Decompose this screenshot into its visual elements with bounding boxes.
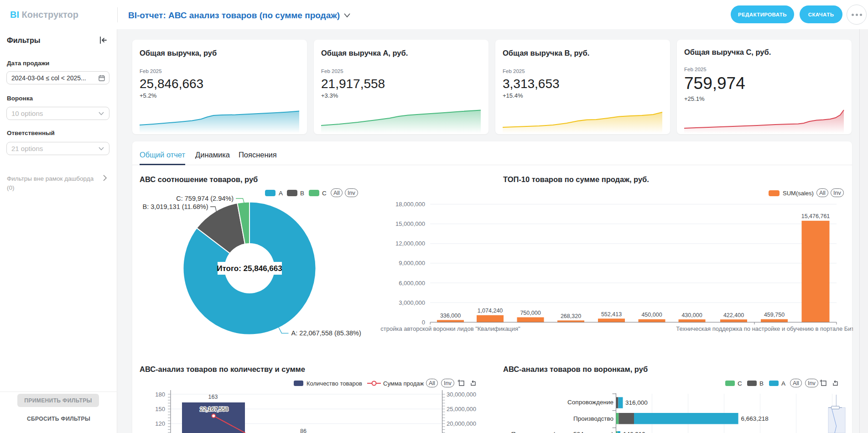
svg-text:268,320: 268,320 [561,313,581,319]
svg-text:25,000,000: 25,000,000 [447,406,476,412]
svg-text:6,000,000: 6,000,000 [399,280,425,287]
svg-text:86: 86 [300,428,307,433]
svg-text:146,910: 146,910 [623,431,645,433]
svg-text:3,000,000: 3,000,000 [399,299,425,306]
svg-text:1,074,240: 1,074,240 [478,308,503,314]
svg-text:15,476,761: 15,476,761 [801,213,830,219]
svg-text:12,000,000: 12,000,000 [395,240,425,247]
svg-text:6,663,218: 6,663,218 [741,415,769,422]
svg-text:18,000,000: 18,000,000 [395,201,425,208]
svg-text:163: 163 [208,394,218,400]
svg-text:Сопровождение: Сопровождение [567,399,613,406]
svg-text:422,400: 422,400 [723,312,744,318]
svg-text:150: 150 [155,406,165,412]
svg-text:750,000: 750,000 [520,310,541,316]
svg-text:0: 0 [422,319,425,326]
svg-text:Производство: Производство [573,415,613,422]
svg-text:430,000: 430,000 [681,312,702,318]
svg-text:552,413: 552,413 [601,311,622,318]
svg-text:Техническая поддержка по настр: Техническая поддержка по настройке и обу… [676,325,853,332]
svg-text:30,000,000: 30,000,000 [447,391,476,398]
svg-text:B: 3,019,131 (11.68%): B: 3,019,131 (11.68%) [142,203,208,210]
svg-text:459,750: 459,750 [764,312,785,318]
svg-text:20,000,000: 20,000,000 [447,420,476,427]
svg-text:22,167,558: 22,167,558 [200,406,229,412]
svg-text:120: 120 [155,420,165,427]
svg-text:Итого: 25,846,663: Итого: 25,846,663 [217,264,282,273]
svg-text:A: 22,067,558 (85.38%): A: 22,067,558 (85.38%) [291,329,361,337]
svg-text:15,000,000: 15,000,000 [395,220,425,227]
svg-text:9,000,000: 9,000,000 [399,260,425,266]
svg-text:316,000: 316,000 [625,399,648,406]
svg-text:C: 759,974 (2.94%): C: 759,974 (2.94%) [176,195,234,202]
svg-text:стройка авторской воронки лидо: стройка авторской воронки лидов "Квалифи… [380,325,520,332]
svg-text:Производство (около 534 клиент: Производство (около 534 клиентов) [511,431,613,433]
svg-text:450,000: 450,000 [641,312,662,318]
svg-text:180: 180 [155,391,165,398]
svg-text:336,000: 336,000 [440,313,461,319]
